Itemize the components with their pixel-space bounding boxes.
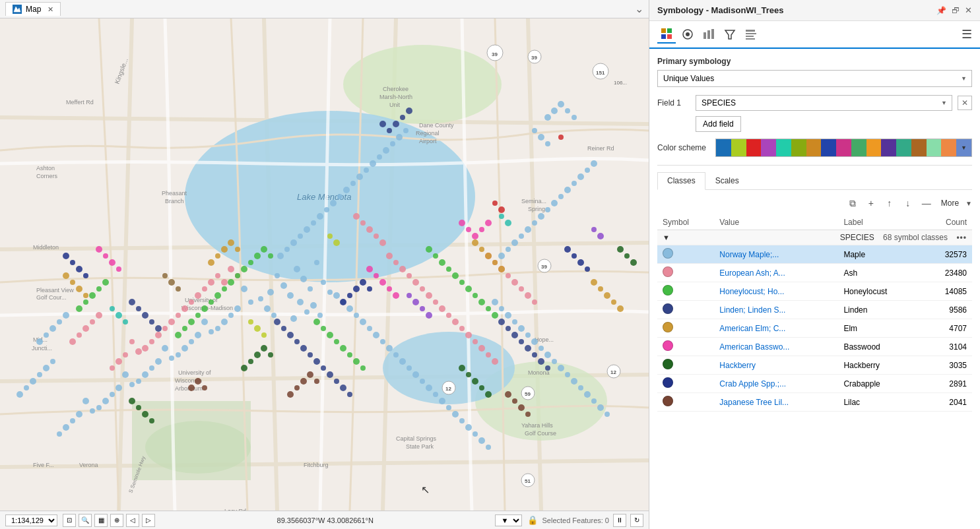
- filter-button[interactable]: [721, 25, 739, 44]
- map-canvas[interactable]: Lake Mendota Kingsl: [0, 18, 649, 511]
- svg-point-75: [280, 282, 287, 289]
- svg-text:Lake Mendota: Lake Mendota: [297, 192, 351, 202]
- delete-button[interactable]: —: [919, 195, 934, 211]
- svg-point-412: [202, 385, 207, 390]
- svg-point-223: [181, 305, 188, 312]
- svg-point-161: [277, 253, 284, 259]
- field1-select[interactable]: SPECIES: [696, 95, 952, 111]
- svg-point-103: [155, 358, 162, 365]
- symbol-cell: [657, 356, 714, 375]
- svg-point-324: [519, 339, 524, 344]
- svg-text:Semina...: Semina...: [521, 198, 546, 204]
- zoom-to-layer-button[interactable]: ⊡: [63, 514, 76, 527]
- svg-point-80: [327, 290, 333, 295]
- next-extent-button[interactable]: ▷: [142, 514, 155, 527]
- move-up-button[interactable]: ↑: [882, 195, 898, 211]
- svg-point-187: [43, 365, 49, 371]
- svg-point-95: [201, 319, 208, 325]
- table-scroll-area[interactable]: Symbol Value Label Count ▼ SPECIES 68 sy…: [657, 215, 972, 412]
- add-field-button[interactable]: Add field: [696, 116, 741, 132]
- svg-point-330: [136, 306, 141, 311]
- table-row[interactable]: Crab Apple Spp.;... Crabapple 2891: [657, 375, 972, 393]
- svg-point-371: [116, 266, 121, 272]
- move-down-button[interactable]: ↓: [900, 195, 916, 211]
- svg-text:Meffert Rd: Meffert Rd: [66, 99, 94, 106]
- table-row[interactable]: European Ash; A... Ash 23480: [657, 264, 972, 282]
- prev-extent-button[interactable]: ◁: [126, 514, 139, 527]
- map-tab[interactable]: Map ✕: [5, 2, 61, 16]
- symbol-cell: [657, 319, 714, 338]
- color-scheme-bar[interactable]: [715, 139, 972, 157]
- svg-point-202: [564, 187, 571, 193]
- map-close-button[interactable]: ✕: [48, 5, 53, 14]
- svg-point-118: [57, 431, 62, 437]
- svg-point-246: [459, 326, 465, 331]
- tab-scales[interactable]: Scales: [705, 172, 749, 189]
- vary-button[interactable]: [700, 25, 718, 44]
- svg-point-233: [115, 358, 122, 365]
- svg-point-127: [386, 345, 393, 352]
- symbol-cell: [657, 393, 714, 412]
- label-cell: Elm: [838, 319, 921, 338]
- svg-text:Ashton: Ashton: [36, 165, 55, 171]
- svg-point-283: [182, 326, 187, 331]
- properties-button[interactable]: [678, 25, 697, 44]
- scale-select[interactable]: 1:134,129: [5, 514, 57, 526]
- svg-point-290: [459, 280, 465, 285]
- coord-format-select[interactable]: ▼: [495, 514, 522, 526]
- svg-point-337: [400, 115, 405, 120]
- table-row[interactable]: Honeylocust; Ho... Honeylocust 14085: [657, 282, 972, 301]
- svg-point-180: [403, 128, 408, 133]
- labels-button[interactable]: [742, 25, 760, 44]
- tab-classes[interactable]: Classes: [657, 172, 705, 190]
- table-row[interactable]: Japanese Tree Lil... Lilac 2041: [657, 393, 972, 412]
- table-row[interactable]: Hackberry Hackberry 3035: [657, 356, 972, 375]
- svg-point-416: [420, 306, 425, 311]
- method-select[interactable]: Unique Values: [657, 70, 972, 87]
- add-class-button[interactable]: +: [863, 195, 879, 211]
- svg-point-375: [248, 359, 253, 364]
- map-tab-label: Map: [26, 5, 41, 14]
- map-scroll-button[interactable]: ⌄: [635, 3, 643, 15]
- svg-point-125: [373, 332, 379, 338]
- svg-point-419: [597, 233, 604, 239]
- grid-button[interactable]: ▦: [94, 514, 108, 527]
- svg-point-177: [383, 147, 389, 154]
- gallery-button[interactable]: [657, 25, 676, 44]
- svg-point-90: [248, 299, 253, 305]
- group-chevron[interactable]: ▼: [657, 230, 714, 245]
- svg-point-106: [136, 379, 141, 384]
- float-icon[interactable]: 🗗: [952, 6, 960, 15]
- explore-button[interactable]: 🔍: [79, 514, 92, 527]
- map-bottombar: 1:134,129 ⊡ 🔍 ▦ ⊕ ◁ ▷ 89.3566037°W 43.00…: [0, 511, 649, 529]
- pin-icon[interactable]: 📌: [936, 6, 946, 15]
- table-row[interactable]: Norway Maple;... Maple 32573: [657, 245, 972, 264]
- svg-point-442: [686, 32, 690, 36]
- svg-point-298: [327, 332, 333, 338]
- svg-point-77: [287, 292, 294, 299]
- svg-point-197: [532, 220, 537, 226]
- svg-point-222: [189, 299, 194, 305]
- table-row[interactable]: American Basswo... Basswood 3104: [657, 338, 972, 356]
- table-row[interactable]: American Elm; C... Elm 4707: [657, 319, 972, 338]
- close-icon[interactable]: ✕: [965, 5, 972, 15]
- table-row[interactable]: Linden; Linden S... Linden 9586: [657, 301, 972, 319]
- copy-button[interactable]: ⧉: [845, 195, 861, 211]
- svg-point-327: [538, 358, 544, 365]
- refresh-button[interactable]: ↻: [630, 514, 643, 527]
- field1-clear-button[interactable]: ✕: [958, 96, 972, 110]
- field1-row: Field 1 SPECIES ✕: [657, 95, 972, 111]
- panel-menu-button[interactable]: ☰: [962, 27, 972, 42]
- svg-point-192: [498, 253, 505, 259]
- svg-rect-450: [746, 38, 755, 40]
- more-button[interactable]: More: [937, 197, 963, 209]
- svg-point-239: [412, 279, 419, 286]
- svg-rect-447: [746, 30, 755, 32]
- table-group-row[interactable]: ▼ SPECIES 68 symbol classes •••: [657, 230, 972, 245]
- pause-button[interactable]: ⏸: [613, 514, 626, 527]
- svg-point-352: [611, 299, 616, 305]
- field1-label: Field 1: [657, 98, 690, 108]
- svg-point-196: [525, 226, 531, 233]
- navigate-button[interactable]: ⊕: [110, 514, 123, 527]
- svg-point-300: [340, 345, 346, 352]
